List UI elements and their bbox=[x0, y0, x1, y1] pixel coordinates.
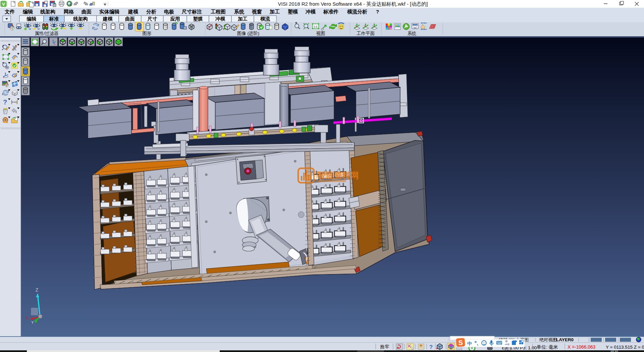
svg-text:?: ? bbox=[3, 98, 7, 106]
svg-text:加工: 加工 bbox=[237, 16, 248, 21]
svg-text:图像 (进阶): 图像 (进阶) bbox=[237, 31, 260, 36]
svg-text:1:1: 1:1 bbox=[314, 25, 318, 28]
svg-text:工作平面: 工作平面 bbox=[357, 31, 375, 36]
svg-text:塑模: 塑模 bbox=[287, 9, 298, 14]
svg-text:Y = 0113.515 Z = 0721.500: Y = 0113.515 Z = 0721.500 bbox=[606, 345, 644, 350]
svg-text:加工: 加工 bbox=[269, 9, 280, 14]
svg-text:中: 中 bbox=[467, 341, 472, 346]
svg-text:Y: Y bbox=[31, 320, 34, 324]
svg-text:V: V bbox=[2, 2, 5, 7]
svg-text:图形: 图形 bbox=[143, 31, 152, 36]
svg-text:建模: 建模 bbox=[127, 9, 139, 14]
svg-text:模流: 模流 bbox=[260, 16, 270, 21]
svg-text:14:10: 14:10 bbox=[610, 349, 618, 352]
svg-text:标准: 标准 bbox=[49, 16, 59, 21]
svg-text:曲面: 曲面 bbox=[82, 9, 92, 14]
svg-text:单位: 毫米: 单位: 毫米 bbox=[537, 344, 558, 350]
svg-text:尺寸: 尺寸 bbox=[147, 16, 158, 21]
svg-text:电极: 电极 bbox=[164, 9, 174, 14]
svg-text:Z: Z bbox=[36, 287, 39, 293]
svg-text:实体编辑: 实体编辑 bbox=[99, 9, 120, 14]
svg-text:X =-1066.063: X =-1066.063 bbox=[568, 345, 596, 350]
svg-text:标准件: 标准件 bbox=[323, 9, 338, 14]
svg-text:VISI 2018 R2 from Vero Softwar: VISI 2018 R2 from Vero Software x64 - 英业… bbox=[278, 1, 428, 7]
svg-text:S: S bbox=[458, 339, 463, 347]
svg-text:应用: 应用 bbox=[170, 16, 180, 21]
svg-text:属性/过滤器: 属性/过滤器 bbox=[35, 31, 58, 36]
svg-text:尺寸标注: 尺寸标注 bbox=[181, 9, 202, 14]
svg-text:?: ? bbox=[376, 9, 379, 14]
svg-text:?: ? bbox=[429, 344, 433, 350]
svg-text:编辑: 编辑 bbox=[26, 16, 37, 21]
svg-text:冲模: 冲模 bbox=[305, 9, 316, 14]
svg-text:曲面: 曲面 bbox=[125, 16, 135, 21]
svg-text:系统: 系统 bbox=[408, 31, 417, 36]
svg-text:线架构: 线架构 bbox=[73, 16, 88, 21]
svg-text:LAYER0: LAYER0 bbox=[556, 337, 574, 342]
svg-text:绝对视图: 绝对视图 bbox=[539, 337, 557, 342]
svg-text:系统: 系统 bbox=[234, 9, 245, 14]
svg-text:网格: 网格 bbox=[64, 9, 74, 14]
svg-text:智造资料网: 智造资料网 bbox=[317, 171, 359, 180]
svg-text:编辑: 编辑 bbox=[22, 9, 33, 14]
svg-text:工程图: 工程图 bbox=[211, 9, 226, 14]
svg-text:视图: 视图 bbox=[316, 31, 325, 36]
svg-text:视窗: 视窗 bbox=[252, 9, 262, 14]
svg-text:冲模: 冲模 bbox=[215, 16, 225, 21]
svg-text:建模: 建模 bbox=[103, 16, 113, 21]
svg-text:线架构: 线架构 bbox=[40, 9, 55, 14]
svg-text:X: X bbox=[26, 315, 29, 320]
svg-text:拴牢: 拴牢 bbox=[380, 344, 389, 349]
svg-text:模流分析: 模流分析 bbox=[347, 9, 367, 14]
svg-text:,: , bbox=[477, 341, 478, 346]
svg-text:分析: 分析 bbox=[146, 9, 156, 14]
svg-text:塑膜: 塑膜 bbox=[193, 16, 203, 21]
svg-text:文件: 文件 bbox=[4, 9, 15, 14]
